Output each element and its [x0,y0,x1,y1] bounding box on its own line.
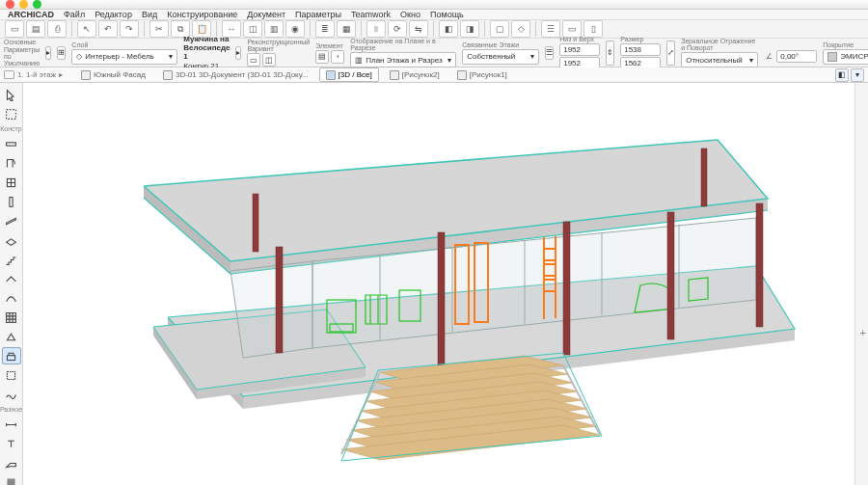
tool-x3[interactable]: ☰ [541,20,560,38]
menu-help[interactable]: Помощь [430,10,464,19]
tool-arrow[interactable] [2,86,21,103]
variant-2-button[interactable]: ◫ [262,53,276,67]
display-dropdown[interactable]: ▥План Этажа и Разрез▾ [350,52,456,67]
pos-top-input[interactable]: 1952 [559,43,600,56]
trace-settings-button[interactable]: ▾ [851,68,864,82]
maximize-icon[interactable] [33,0,41,9]
angle-icon: ∠ [764,51,774,62]
tool-cut[interactable]: ✂ [149,20,169,38]
close-icon[interactable] [6,0,14,9]
tool-redo[interactable]: ↷ [120,20,139,38]
svg-rect-6 [7,478,14,485]
viewport-3d[interactable] [23,83,854,485]
variant-label: Реконструкционный Вариант [247,39,310,52]
tool-cursor[interactable]: ↖ [77,20,96,38]
tool-align[interactable]: ⫴ [366,20,386,38]
toolbox-group-misc: Разное [0,404,22,415]
tool-shell[interactable] [2,289,21,307]
tool-object[interactable] [2,347,21,364]
tool-label[interactable] [2,454,21,472]
tool-roof[interactable] [2,270,21,287]
variant-1-button[interactable]: ▭ [247,53,260,67]
default-settings-button[interactable]: ▸ [45,46,51,60]
tool-morph[interactable] [2,328,21,345]
story-button[interactable]: ☰ [545,46,554,60]
svg-marker-22 [231,261,312,358]
menu-teamwork[interactable]: Teamwork [351,10,391,19]
svg-rect-33 [276,247,283,353]
tool-new[interactable]: ▭ [5,20,24,38]
element-label: Элемент [315,42,344,49]
tool-camera[interactable]: ◉ [285,20,305,38]
menu-document[interactable]: Документ [247,10,285,19]
menu-window[interactable]: Окно [400,10,420,19]
size-icon[interactable]: ⤢ [666,40,675,66]
breadcrumb[interactable]: 1. 1-й этаж ▸ [4,70,63,79]
tool-x2[interactable]: ◇ [511,20,530,38]
right-scrollbar[interactable]: + [854,83,868,485]
tool-stair[interactable] [2,251,21,268]
tool-section[interactable]: ▥ [264,20,284,38]
mirror-dropdown[interactable]: Относительный▾ [681,52,758,67]
menu-options[interactable]: Параметры [295,10,341,19]
tab-3d-all[interactable]: [3D / Все] [319,67,379,82]
view-tabs: 1. 1-й этаж ▸ Южный Фасад 3D-01 3D-Докум… [0,67,868,83]
app-name: ARCHICAD [8,10,54,19]
svg-rect-37 [756,203,763,327]
tool-mirror[interactable]: ⇋ [409,20,428,38]
tool-dimension[interactable] [2,416,21,433]
tab-drawing1[interactable]: [Рисунок1] [450,67,514,82]
tool-slab[interactable] [2,231,21,249]
svg-rect-0 [7,109,16,119]
window-titlebar [0,0,868,10]
tool-x1[interactable]: ▢ [490,20,509,38]
element-icon[interactable]: ⊞ [57,46,66,60]
tab-facade[interactable]: Южный Фасад [74,67,152,82]
menu-view[interactable]: Вид [142,10,157,19]
tool-window[interactable] [2,174,21,191]
menu-design[interactable]: Конструирование [167,10,237,19]
element-type-button[interactable]: ▤ [315,50,329,64]
tool-open[interactable]: ▤ [26,20,45,38]
pos-icon[interactable]: ⇕ [606,40,614,66]
tool-zone[interactable] [2,366,21,384]
tool-column[interactable] [2,193,21,210]
menu-editor[interactable]: Редактор [95,10,132,19]
tool-marquee[interactable] [2,105,21,122]
tool-trace[interactable]: ◧ [439,20,458,38]
tool-trace2[interactable]: ◨ [460,20,479,38]
plus-icon[interactable]: + [860,327,866,338]
svg-rect-1 [7,142,16,145]
trace-toggle-button[interactable]: ◧ [835,68,849,82]
size-w-input[interactable]: 1538 [620,43,661,56]
menu-file[interactable]: Файл [64,10,85,19]
linked-dropdown[interactable]: Собственный▾ [462,49,539,65]
angle-input[interactable]: 0,00° [776,50,817,63]
layer-dropdown[interactable]: ◇Интерьер - Мебель▾ [71,49,177,65]
tool-fill[interactable] [2,473,21,485]
tool-beam[interactable] [2,212,21,229]
coating-dropdown[interactable]: ЭМИСРСА... [823,49,868,65]
tool-rotate[interactable]: ⟳ [388,20,407,38]
tool-wall[interactable] [2,135,21,152]
minimize-icon[interactable] [19,0,28,9]
tool-curtainwall[interactable] [2,309,21,326]
drawing-icon [457,70,467,80]
size-label: Размер [620,36,661,42]
cube-icon [326,70,336,80]
tool-layers[interactable]: ≣ [315,20,335,38]
tool-undo[interactable]: ↶ [98,20,118,38]
tab-drawing2[interactable]: [Рисунок2] [383,67,447,82]
svg-rect-35 [563,222,570,355]
tool-door[interactable] [2,154,21,172]
tool-view3d[interactable]: ◫ [243,20,262,38]
infobar-main-label: Основные [4,39,40,45]
tab-3ddoc[interactable]: 3D-01 3D-Документ (3D-01 3D-Доку... [156,67,315,82]
main-toolbar: ▭ ▤ ⎙ ↖ ↶ ↷ ✂ ⧉ 📋 ↔ ◫ ▥ ◉ ≣ ▦ ⫴ ⟳ ⇋ ◧ ◨ … [0,20,868,39]
tool-text[interactable] [2,435,21,452]
tool-grid[interactable]: ▦ [337,20,356,38]
tool-mesh[interactable] [2,386,21,403]
element-arrow-button[interactable]: › [331,50,344,64]
tool-save[interactable]: ⎙ [47,20,67,38]
object-go-button[interactable]: ▸ [235,46,241,60]
